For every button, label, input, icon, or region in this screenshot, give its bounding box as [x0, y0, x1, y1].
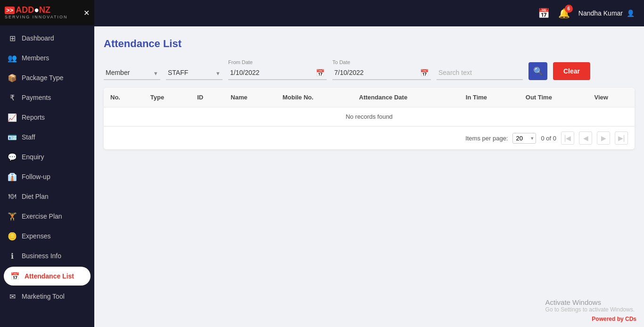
clear-button[interactable]: Clear — [553, 62, 590, 80]
member-filter-group: Member STAFF All — [104, 66, 160, 80]
search-group — [437, 66, 523, 80]
staff-icon: 🪪 — [8, 132, 17, 142]
table-body: No records found — [104, 107, 635, 126]
sidebar-item-members[interactable]: 👥 Members — [0, 48, 94, 68]
sidebar-item-label-exercise-plan: Exercise Plan — [22, 213, 62, 220]
prev-page-button[interactable]: ◀ — [579, 131, 592, 145]
sidebar-item-label-enquiry: Enquiry — [22, 153, 44, 161]
logo-icon: >> — [5, 7, 15, 14]
col-view: View — [588, 88, 635, 107]
sidebar-item-label-reports: Reports — [22, 114, 45, 121]
col-type: Type — [144, 88, 190, 107]
marketing-tool-icon: ✉ — [8, 292, 17, 301]
sidebar-item-expenses[interactable]: 🪙 Expenses — [0, 226, 94, 246]
payments-icon: ₹ — [8, 93, 17, 102]
sidebar-item-label-staff: Staff — [22, 133, 35, 141]
logo: >> ADD●NZ SERVING INNOVATION — [5, 4, 71, 22]
exercise-plan-icon: 🏋 — [8, 212, 17, 221]
sidebar-item-label-members: Members — [22, 54, 49, 62]
sidebar-close-btn[interactable]: ✕ — [83, 8, 90, 17]
member-select-wrapper: Member STAFF All — [104, 66, 160, 80]
sidebar-item-marketing-tool[interactable]: ✉ Marketing Tool — [0, 286, 94, 306]
type-select[interactable]: Member STAFF All — [166, 66, 223, 80]
sidebar-item-label-follow-up: Follow-up — [22, 173, 50, 180]
package-type-icon: 📦 — [8, 73, 17, 82]
next-page-button[interactable]: ▶ — [597, 131, 610, 145]
sidebar-item-label-attendance-list: Attendance List — [25, 272, 74, 280]
footer-powered-by: Powered by CDs — [592, 316, 636, 322]
logo-addonz: ADD●NZ — [16, 6, 50, 15]
enquiry-icon: 💬 — [8, 152, 17, 162]
to-date-label: To Date — [332, 59, 431, 65]
sidebar: >> ADD●NZ SERVING INNOVATION ✕ ⊞ Dashboa… — [0, 0, 94, 327]
no-records-message: No records found — [104, 107, 635, 126]
search-button[interactable]: 🔍 — [528, 62, 547, 80]
first-page-button[interactable]: |◀ — [561, 131, 574, 145]
table-header: No.TypeIDNameMobile No.Attendance DateIn… — [104, 88, 635, 107]
attendance-table-container: No.TypeIDNameMobile No.Attendance DateIn… — [104, 88, 635, 149]
attendance-table: No.TypeIDNameMobile No.Attendance DateIn… — [104, 88, 635, 126]
notification-badge: 6 — [565, 5, 573, 13]
business-info-icon: ℹ — [8, 251, 17, 261]
sidebar-item-enquiry[interactable]: 💬 Enquiry — [0, 147, 94, 167]
sidebar-item-label-business-info: Business Info — [22, 252, 61, 260]
col-attendance-date: Attendance Date — [353, 88, 459, 107]
sidebar-item-reports[interactable]: 📈 Reports — [0, 107, 94, 127]
sidebar-item-dashboard[interactable]: ⊞ Dashboard — [0, 28, 94, 48]
col-no-: No. — [104, 88, 144, 107]
sidebar-item-label-expenses: Expenses — [22, 232, 50, 240]
sidebar-item-exercise-plan[interactable]: 🏋 Exercise Plan — [0, 206, 94, 226]
topbar: 📅 🔔 6 Nandha Kumar 👤 — [94, 0, 644, 26]
from-date-group: From Date 📅 — [228, 59, 327, 80]
main-content: Attendance List Member STAFF All Member … — [94, 26, 644, 327]
user-avatar-icon: 👤 — [627, 9, 635, 17]
sidebar-item-package-type[interactable]: 📦 Package Type — [0, 68, 94, 88]
to-date-group: To Date 📅 — [332, 59, 431, 80]
table-header-row: No.TypeIDNameMobile No.Attendance DateIn… — [104, 88, 635, 107]
type-select-wrapper: Member STAFF All — [166, 66, 223, 80]
page-count: 0 of 0 — [541, 135, 556, 142]
user-info[interactable]: Nandha Kumar 👤 — [578, 9, 635, 17]
sidebar-item-follow-up[interactable]: 👔 Follow-up — [0, 167, 94, 187]
search-input[interactable] — [437, 66, 523, 80]
filter-bar: Member STAFF All Member STAFF All From D… — [104, 59, 635, 80]
per-page-wrapper: 10 20 50 100 — [512, 133, 536, 144]
to-date-input[interactable] — [332, 66, 431, 80]
sidebar-item-label-marketing-tool: Marketing Tool — [22, 293, 65, 300]
user-name: Nandha Kumar — [578, 9, 623, 17]
member-select[interactable]: Member STAFF All — [104, 66, 160, 80]
items-per-page-select[interactable]: 10 20 50 100 — [512, 133, 536, 144]
dashboard-icon: ⊞ — [8, 33, 17, 43]
powered-by-text: Powered by — [592, 316, 625, 322]
sidebar-item-label-payments: Payments — [22, 94, 51, 101]
from-date-input[interactable] — [228, 66, 327, 80]
notification-icon[interactable]: 🔔 6 — [558, 8, 570, 19]
col-mobile-no-: Mobile No. — [276, 88, 352, 107]
sidebar-nav: ⊞ Dashboard 👥 Members 📦 Package Type ₹ P… — [0, 25, 94, 327]
pagination-bar: Items per page: 10 20 50 100 0 of 0 |◀ ◀… — [104, 126, 635, 149]
logo-tagline: SERVING INNOVATION — [5, 15, 68, 20]
sidebar-item-attendance-list[interactable]: 📅 Attendance List — [4, 267, 91, 286]
col-id: ID — [190, 88, 224, 107]
sidebar-item-label-dashboard: Dashboard — [22, 34, 54, 42]
sidebar-item-staff[interactable]: 🪪 Staff — [0, 127, 94, 147]
sidebar-item-payments[interactable]: ₹ Payments — [0, 88, 94, 107]
col-out-time: Out Time — [519, 88, 588, 107]
reports-icon: 📈 — [8, 113, 17, 122]
page-title: Attendance List — [104, 38, 635, 50]
col-name: Name — [224, 88, 276, 107]
calendar-icon[interactable]: 📅 — [538, 8, 550, 19]
from-date-label: From Date — [228, 59, 327, 65]
sidebar-logo: >> ADD●NZ SERVING INNOVATION ✕ — [0, 0, 94, 25]
powered-brand: CDs — [625, 316, 636, 322]
sidebar-item-diet-plan[interactable]: 🍽 Diet Plan — [0, 187, 94, 206]
sidebar-item-business-info[interactable]: ℹ Business Info — [0, 246, 94, 266]
members-icon: 👥 — [8, 53, 17, 63]
no-records-row: No records found — [104, 107, 635, 126]
expenses-icon: 🪙 — [8, 231, 17, 241]
search-icon: 🔍 — [533, 66, 543, 76]
type-filter-group: Member STAFF All — [166, 66, 223, 80]
follow-up-icon: 👔 — [8, 172, 17, 181]
attendance-list-icon: 📅 — [10, 271, 20, 281]
last-page-button[interactable]: ▶| — [615, 131, 628, 145]
